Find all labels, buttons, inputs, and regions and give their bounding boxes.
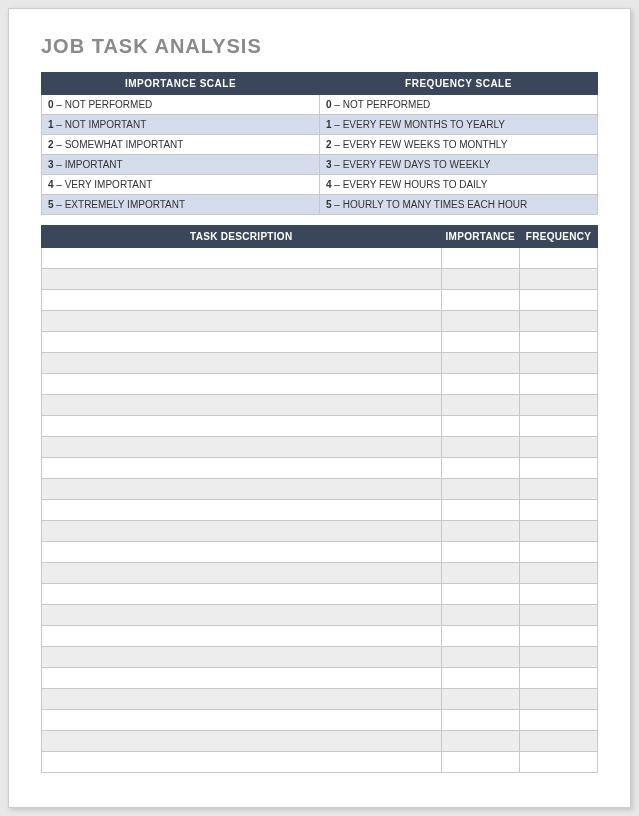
task-importance-cell[interactable] — [441, 269, 519, 290]
task-description-header: TASK DESCRIPTION — [42, 226, 442, 248]
task-frequency-cell[interactable] — [520, 416, 598, 437]
task-importance-cell[interactable] — [441, 752, 519, 773]
task-frequency-cell[interactable] — [520, 626, 598, 647]
task-importance-cell[interactable] — [441, 731, 519, 752]
task-frequency-cell[interactable] — [520, 395, 598, 416]
task-importance-cell[interactable] — [441, 311, 519, 332]
task-frequency-cell[interactable] — [520, 689, 598, 710]
task-importance-cell[interactable] — [441, 290, 519, 311]
task-importance-cell[interactable] — [441, 626, 519, 647]
task-frequency-cell[interactable] — [520, 668, 598, 689]
task-desc-cell[interactable] — [42, 563, 442, 584]
frequency-scale-cell: 5 – HOURLY TO MANY TIMES EACH HOUR — [320, 195, 598, 215]
importance-scale-text: – SOMEWHAT IMPORTANT — [54, 139, 184, 150]
task-frequency-cell[interactable] — [520, 437, 598, 458]
table-row — [42, 311, 598, 332]
task-desc-cell[interactable] — [42, 374, 442, 395]
task-importance-cell[interactable] — [441, 605, 519, 626]
task-frequency-cell[interactable] — [520, 269, 598, 290]
task-desc-cell[interactable] — [42, 353, 442, 374]
task-frequency-cell[interactable] — [520, 479, 598, 500]
importance-scale-text: – IMPORTANT — [54, 159, 123, 170]
task-importance-cell[interactable] — [441, 647, 519, 668]
frequency-scale-text: – EVERY FEW MONTHS TO YEARLY — [332, 119, 505, 130]
task-desc-cell[interactable] — [42, 479, 442, 500]
task-importance-cell[interactable] — [441, 689, 519, 710]
task-frequency-cell[interactable] — [520, 542, 598, 563]
task-desc-cell[interactable] — [42, 269, 442, 290]
task-desc-cell[interactable] — [42, 710, 442, 731]
importance-scale-text: – NOT PERFORMED — [54, 99, 153, 110]
task-importance-cell[interactable] — [441, 500, 519, 521]
task-frequency-cell[interactable] — [520, 332, 598, 353]
task-importance-cell[interactable] — [441, 248, 519, 269]
task-desc-cell[interactable] — [42, 416, 442, 437]
task-desc-cell[interactable] — [42, 500, 442, 521]
table-row — [42, 647, 598, 668]
scale-row: 0 – NOT PERFORMED0 – NOT PERFORMED — [42, 95, 598, 115]
task-frequency-cell[interactable] — [520, 710, 598, 731]
task-desc-cell[interactable] — [42, 437, 442, 458]
importance-scale-cell: 0 – NOT PERFORMED — [42, 95, 320, 115]
task-frequency-cell[interactable] — [520, 248, 598, 269]
table-row — [42, 332, 598, 353]
task-desc-cell[interactable] — [42, 542, 442, 563]
task-importance-cell[interactable] — [441, 563, 519, 584]
task-importance-cell[interactable] — [441, 374, 519, 395]
task-frequency-cell[interactable] — [520, 521, 598, 542]
task-desc-cell[interactable] — [42, 458, 442, 479]
task-importance-cell[interactable] — [441, 395, 519, 416]
importance-header: IMPORTANCE — [441, 226, 519, 248]
task-importance-cell[interactable] — [441, 710, 519, 731]
task-frequency-cell[interactable] — [520, 752, 598, 773]
importance-scale-text: – VERY IMPORTANT — [54, 179, 153, 190]
table-row — [42, 437, 598, 458]
task-desc-cell[interactable] — [42, 248, 442, 269]
task-desc-cell[interactable] — [42, 626, 442, 647]
task-desc-cell[interactable] — [42, 290, 442, 311]
task-desc-cell[interactable] — [42, 395, 442, 416]
task-desc-cell[interactable] — [42, 521, 442, 542]
task-importance-cell[interactable] — [441, 479, 519, 500]
task-frequency-cell[interactable] — [520, 647, 598, 668]
table-row — [42, 395, 598, 416]
task-desc-cell[interactable] — [42, 647, 442, 668]
task-desc-cell[interactable] — [42, 332, 442, 353]
task-desc-cell[interactable] — [42, 689, 442, 710]
task-importance-cell[interactable] — [441, 521, 519, 542]
task-importance-cell[interactable] — [441, 458, 519, 479]
task-frequency-cell[interactable] — [520, 731, 598, 752]
task-frequency-cell[interactable] — [520, 563, 598, 584]
task-desc-cell[interactable] — [42, 752, 442, 773]
table-row — [42, 374, 598, 395]
task-frequency-cell[interactable] — [520, 311, 598, 332]
task-desc-cell[interactable] — [42, 731, 442, 752]
task-frequency-cell[interactable] — [520, 605, 598, 626]
importance-scale-text: – EXTREMELY IMPORTANT — [54, 199, 186, 210]
table-row — [42, 542, 598, 563]
task-desc-cell[interactable] — [42, 668, 442, 689]
task-importance-cell[interactable] — [441, 437, 519, 458]
importance-scale-header: IMPORTANCE SCALE — [42, 73, 320, 95]
task-frequency-cell[interactable] — [520, 584, 598, 605]
task-importance-cell[interactable] — [441, 416, 519, 437]
task-importance-cell[interactable] — [441, 584, 519, 605]
table-row — [42, 626, 598, 647]
scale-row: 3 – IMPORTANT3 – EVERY FEW DAYS TO WEEKL… — [42, 155, 598, 175]
task-frequency-cell[interactable] — [520, 353, 598, 374]
frequency-scale-cell: 3 – EVERY FEW DAYS TO WEEKLY — [320, 155, 598, 175]
task-desc-cell[interactable] — [42, 605, 442, 626]
task-desc-cell[interactable] — [42, 584, 442, 605]
task-frequency-cell[interactable] — [520, 374, 598, 395]
task-importance-cell[interactable] — [441, 668, 519, 689]
task-desc-cell[interactable] — [42, 311, 442, 332]
frequency-scale-cell: 1 – EVERY FEW MONTHS TO YEARLY — [320, 115, 598, 135]
task-frequency-cell[interactable] — [520, 458, 598, 479]
page-title: JOB TASK ANALYSIS — [41, 35, 598, 58]
task-importance-cell[interactable] — [441, 542, 519, 563]
task-frequency-cell[interactable] — [520, 290, 598, 311]
task-importance-cell[interactable] — [441, 332, 519, 353]
task-importance-cell[interactable] — [441, 353, 519, 374]
task-frequency-cell[interactable] — [520, 500, 598, 521]
frequency-scale-text: – EVERY FEW DAYS TO WEEKLY — [332, 159, 491, 170]
